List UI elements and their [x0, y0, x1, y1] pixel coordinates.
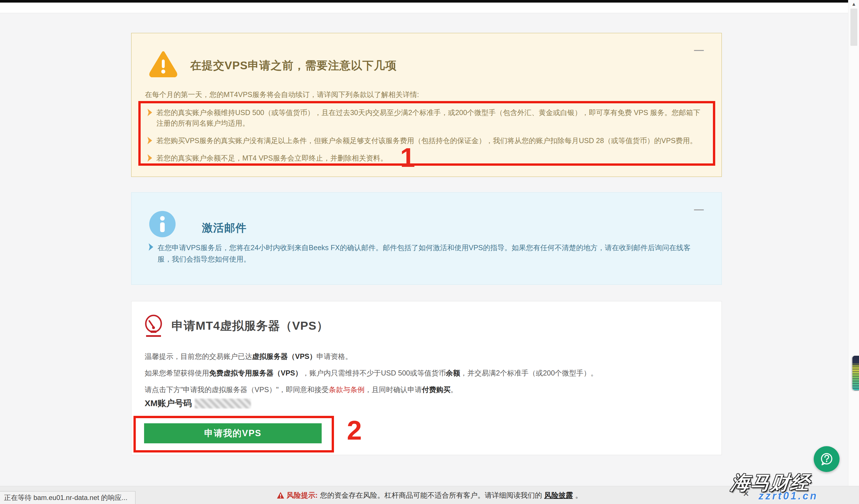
- question-bubble-icon: [819, 452, 834, 467]
- apply-paragraph-3-post: 。: [451, 385, 458, 394]
- risk-warning-text-end: 。: [575, 490, 582, 500]
- apply-paragraph-2-post: ，并交易满2个标准手（或200个微型手）。: [460, 369, 598, 377]
- side-extension-stripes: [853, 356, 859, 390]
- info-bullet-text: 在您申请VPS服务后，您将在24小时内收到来自Beeks FX的确认邮件。邮件包…: [157, 242, 703, 265]
- bullet-arrow-icon: [149, 243, 153, 251]
- account-number-row: XM账户号码: [145, 397, 251, 409]
- apply-paragraph-1-bold: 虚拟服务器（VPS）: [252, 352, 317, 360]
- apply-paragraph-2-mid: ，账户内只需维持不少于USD 500或等值货币: [302, 369, 446, 377]
- side-extension-handle[interactable]: [853, 356, 859, 390]
- vps-gauge-icon: [145, 315, 163, 337]
- watermark-url: zzrt01.cn: [758, 490, 818, 502]
- apply-paragraph-2-bold2: 余额: [446, 369, 460, 377]
- risk-warning-text: 您的资金存在风险。杠杆商品可能不适合所有客户。请详细阅读我们的: [320, 490, 542, 500]
- account-number-redacted: [195, 399, 251, 408]
- apply-panel-title: 申请MT4虚拟服务器（VPS）: [171, 318, 329, 334]
- info-panel-collapse-button[interactable]: —: [694, 204, 704, 214]
- warning-bullet-2-text: 若您购买VPS服务的真实账户没有满足以上条件，但账户余额足够支付该服务费用（包括…: [156, 136, 697, 146]
- apply-paragraph-3-bold: 付费购买: [422, 385, 451, 394]
- bullet-arrow-icon: [148, 109, 152, 116]
- annotation-box-1: 若您的真实账户余额维持USD 500（或等值货币），且在过去30天内交易至少满2…: [138, 101, 715, 166]
- browser-status-text: 正在等待 bam.eu01.nr-data.net 的响应...: [4, 493, 127, 502]
- warning-bullet-3-text: 若您的真实账户余额不足，MT4 VPS服务会立即终止，并删除相关资料。: [156, 153, 388, 163]
- apply-paragraph-2-bold1: 免费虚拟专用服务器（VPS）: [209, 369, 302, 377]
- warning-bullet-1-text: 若您的真实账户余额维持USD 500（或等值货币），且在过去30天内交易至少满2…: [156, 107, 706, 128]
- warning-panel-intro: 在每个月的第一天，您的MT4VPS服务将会自动续订，请详阅下列条款以了解相关详情…: [145, 90, 419, 99]
- apply-paragraph-1-pre: 温馨提示，目前您的交易账户已达: [145, 352, 252, 360]
- bullet-arrow-icon: [148, 154, 152, 162]
- apply-paragraph-2-pre: 如果您希望获得使用: [145, 369, 209, 377]
- vps-warning-panel: — 在提交VPS申请之前，需要注意以下几项 在每个月的第一天，您的MT4VPS服…: [131, 33, 722, 177]
- risk-disclosure-link[interactable]: 风险披露: [544, 490, 573, 500]
- info-panel-title: 激活邮件: [202, 221, 246, 235]
- warning-triangle-icon: [149, 50, 178, 77]
- risk-warning-label: 风险提示:: [287, 490, 318, 500]
- info-bullet: 在您申请VPS服务后，您将在24小时内收到来自Beeks FX的确认邮件。邮件包…: [149, 242, 703, 265]
- bullet-arrow-icon: [148, 137, 152, 144]
- warning-panel-title: 在提交VPS申请之前，需要注意以下几项: [190, 58, 397, 73]
- apply-paragraph-3-mid: ，且同时确认申请: [365, 385, 422, 394]
- apply-paragraph-1-post: 申请资格。: [317, 352, 352, 360]
- warning-bullet-1: 若您的真实账户余额维持USD 500（或等值货币），且在过去30天内交易至少满2…: [148, 107, 706, 128]
- browser-status-tooltip: 正在等待 bam.eu01.nr-data.net 的响应...: [0, 491, 135, 504]
- apply-paragraph-3: 请点击下方"申请我的虚拟服务器（VPS）"，即同意和接受条款与条例，且同时确认申…: [145, 385, 458, 394]
- top-white-strip: [0, 3, 848, 13]
- apply-vps-panel: 申请MT4虚拟服务器（VPS） 温馨提示，目前您的交易账户已达虚拟服务器（VPS…: [131, 301, 722, 455]
- risk-warning-triangle-icon: [277, 492, 284, 499]
- warning-panel-collapse-button[interactable]: —: [694, 45, 704, 54]
- warning-bullet-2: 若您购买VPS服务的真实账户没有满足以上条件，但账户余额足够支付该服务费用（包括…: [148, 136, 706, 146]
- apply-paragraph-1: 温馨提示，目前您的交易账户已达虚拟服务器（VPS）申请资格。: [145, 352, 352, 361]
- apply-paragraph-2: 如果您希望获得使用免费虚拟专用服务器（VPS），账户内只需维持不少于USD 50…: [145, 368, 598, 378]
- help-chat-button[interactable]: [814, 446, 840, 472]
- account-number-label: XM账户号码: [145, 397, 192, 409]
- annotation-number-2: 2: [347, 417, 362, 444]
- activation-email-panel: — 激活邮件 在您申请VPS服务后，您将在24小时内收到来自Beeks FX的确…: [131, 192, 722, 285]
- warning-bullet-3: 若您的真实账户余额不足，MT4 VPS服务会立即终止，并删除相关资料。: [148, 153, 706, 163]
- scrollbar-thumb[interactable]: [850, 9, 857, 46]
- scrollbar-up-arrow-icon[interactable]: ▲: [848, 1, 859, 7]
- annotation-number-1: 1: [400, 144, 415, 171]
- scrollbar-track[interactable]: ▲: [848, 0, 859, 504]
- page: ▲ — 在提交VPS申请之前，需要注意以下几项 在每个月的第一天，您的MT4VP…: [0, 0, 859, 504]
- apply-my-vps-button[interactable]: 申请我的VPS: [144, 423, 322, 443]
- apply-paragraph-3-pre: 请点击下方"申请我的虚拟服务器（VPS）"，即同意和接受: [145, 385, 329, 394]
- terms-and-conditions-link[interactable]: 条款与条例: [329, 385, 365, 394]
- top-black-bar: [0, 0, 848, 3]
- info-circle-icon: [149, 211, 176, 237]
